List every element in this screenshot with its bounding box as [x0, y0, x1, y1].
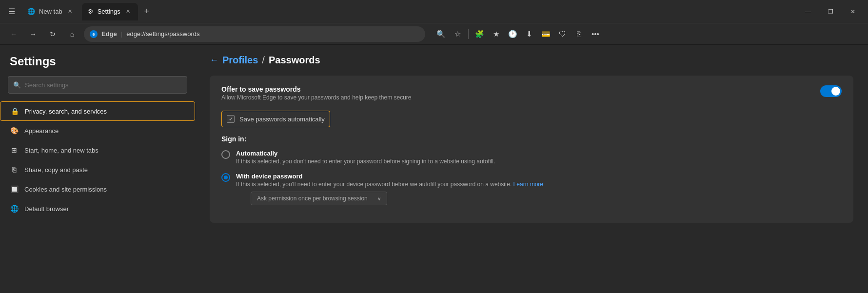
breadcrumb-separator: /	[262, 55, 265, 66]
cookies-icon: 🔲	[10, 185, 19, 194]
sidebar-item-label: Privacy, search, and services	[25, 108, 107, 115]
sidebar-item-cookies[interactable]: 🔲 Cookies and site permissions	[0, 179, 195, 199]
toolbar-divider	[468, 29, 469, 39]
favorites-icon[interactable]: ☆	[450, 26, 465, 42]
permission-dropdown[interactable]: Ask permission once per browsing session…	[251, 192, 387, 205]
favorites-bar-icon[interactable]: ★	[488, 26, 504, 42]
device-password-desc: If this is selected, you'll need to ente…	[236, 181, 543, 188]
appearance-icon: 🎨	[10, 126, 19, 135]
auto-signin-title: Automatically	[236, 150, 495, 157]
window-controls: — ❐ ✕	[797, 4, 864, 20]
edge-label: Edge	[101, 30, 117, 38]
sidebar-item-label: Share, copy and paste	[24, 166, 88, 174]
edge-logo: e	[90, 30, 98, 38]
auto-signin-option[interactable]: Automatically If this is selected, you d…	[221, 150, 842, 165]
tab-icon: 🌐	[27, 8, 35, 15]
main-layout: Settings 🔍 🔒 Privacy, search, and servic…	[0, 45, 868, 293]
sidebar-item-label: Appearance	[24, 127, 59, 135]
sidebar-item-label: Default browser	[24, 205, 69, 213]
breadcrumb-current: Passwords	[269, 55, 320, 66]
extensions-icon[interactable]: 🧩	[472, 26, 487, 42]
breadcrumb-profiles-link[interactable]: Profiles	[222, 55, 258, 66]
tab-settings[interactable]: ⚙ Settings ✕	[82, 3, 138, 20]
new-tab-button[interactable]: +	[140, 5, 154, 19]
offer-save-toggle[interactable]	[820, 85, 842, 97]
sidebar-item-label: Cookies and site permissions	[24, 186, 107, 193]
auto-signin-desc: If this is selected, you don't need to e…	[236, 158, 495, 165]
forward-button[interactable]: →	[25, 26, 41, 42]
sidebar-item-start-home[interactable]: ⊞ Start, home, and new tabs	[0, 140, 195, 160]
start-home-icon: ⊞	[10, 146, 19, 155]
device-password-radio[interactable]	[221, 173, 230, 182]
offer-save-row: Offer to save passwords Allow Microsoft …	[221, 85, 842, 107]
auto-signin-text: Automatically If this is selected, you d…	[236, 150, 495, 165]
search-icon[interactable]: 🔍	[433, 26, 449, 42]
title-bar: ☰ 🌐 New tab ✕ ⚙ Settings ✕ + — ❐ ✕	[0, 0, 868, 23]
minimize-button[interactable]: —	[797, 4, 819, 20]
tab-close-button[interactable]: ✕	[66, 8, 74, 16]
sidebar-title: Settings	[0, 55, 195, 76]
default-browser-icon: 🌐	[10, 204, 19, 213]
settings-tab-close-button[interactable]: ✕	[124, 8, 132, 16]
search-icon: 🔍	[13, 81, 21, 89]
search-settings-box[interactable]: 🔍	[8, 76, 187, 94]
device-password-title: With device password	[236, 173, 543, 180]
passwords-settings-card: Offer to save passwords Allow Microsoft …	[210, 76, 853, 223]
learn-more-link[interactable]: Learn more	[513, 181, 543, 188]
save-auto-checkbox[interactable]: ✓	[227, 115, 235, 123]
privacy-icon: 🔒	[10, 107, 19, 116]
save-auto-label: Save passwords automatically	[239, 116, 325, 123]
save-auto-checkbox-row[interactable]: ✓ Save passwords automatically	[221, 111, 330, 127]
sidebar-item-label: Start, home, and new tabs	[24, 147, 99, 154]
back-button[interactable]: ←	[6, 26, 21, 42]
sidebar-toggle-button[interactable]: ☰	[4, 4, 20, 20]
tab-new-tab[interactable]: 🌐 New tab ✕	[21, 3, 80, 20]
breadcrumb-back-button[interactable]: ←	[210, 55, 218, 65]
share-copy-icon: ⎘	[10, 165, 19, 174]
close-button[interactable]: ✕	[842, 4, 864, 20]
breadcrumb: ← Profiles / Passwords	[210, 55, 853, 66]
home-button[interactable]: ⌂	[64, 26, 80, 42]
wallet-icon[interactable]: 💳	[538, 26, 553, 42]
more-icon[interactable]: •••	[588, 26, 603, 42]
dropdown-label: Ask permission once per browsing session	[257, 195, 368, 202]
settings-tab-icon: ⚙	[88, 8, 94, 15]
offer-save-text: Offer to save passwords Allow Microsoft …	[221, 85, 412, 107]
refresh-button[interactable]: ↻	[45, 26, 60, 42]
sidebar-item-share-copy[interactable]: ⎘ Share, copy and paste	[0, 160, 195, 179]
sidebar-item-appearance[interactable]: 🎨 Appearance	[0, 121, 195, 140]
dropdown-arrow-icon: ∨	[377, 196, 381, 201]
search-settings-input[interactable]	[25, 81, 182, 89]
share-icon[interactable]: ⎘	[571, 26, 587, 42]
sidebar: Settings 🔍 🔒 Privacy, search, and servic…	[0, 45, 195, 293]
shield-icon[interactable]: 🛡	[554, 26, 570, 42]
sign-in-label: Sign in:	[221, 135, 842, 143]
history-icon[interactable]: 🕐	[505, 26, 520, 42]
address-text: edge://settings/passwords	[126, 30, 199, 38]
address-input[interactable]: e Edge | edge://settings/passwords	[84, 26, 425, 42]
sidebar-item-privacy[interactable]: 🔒 Privacy, search, and services	[0, 101, 195, 121]
device-password-option[interactable]: With device password If this is selected…	[221, 173, 842, 205]
toolbar-icons: 🔍 ☆ 🧩 ★ 🕐 ⬇ 💳 🛡 ⎘ •••	[433, 26, 603, 42]
offer-save-title: Offer to save passwords	[221, 85, 412, 93]
content-area: ← Profiles / Passwords Offer to save pas…	[195, 45, 868, 293]
device-password-text: With device password If this is selected…	[236, 173, 543, 205]
settings-tab-label: Settings	[98, 8, 120, 15]
offer-save-desc: Allow Microsoft Edge to save your passwo…	[221, 94, 412, 101]
sidebar-item-default-browser[interactable]: 🌐 Default browser	[0, 199, 195, 218]
restore-button[interactable]: ❐	[819, 4, 842, 20]
tab-label: New tab	[39, 8, 62, 15]
auto-signin-radio[interactable]	[221, 150, 230, 159]
address-bar: ← → ↻ ⌂ e Edge | edge://settings/passwor…	[0, 23, 868, 45]
downloads-icon[interactable]: ⬇	[521, 26, 537, 42]
